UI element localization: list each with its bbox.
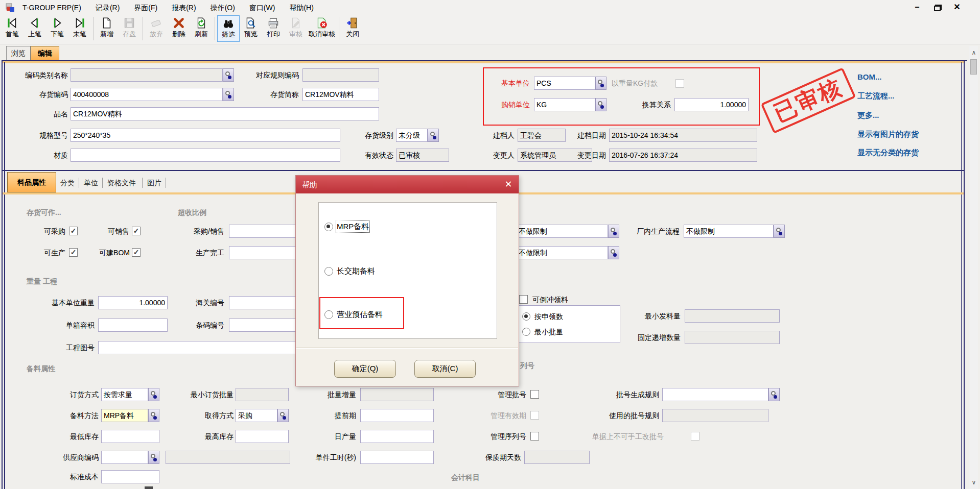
item-level-lookup-button[interactable]	[428, 129, 439, 142]
batch-rule-field[interactable]	[662, 388, 768, 401]
menu-interface[interactable]: 界面(F)	[127, 0, 165, 15]
rule-code-field[interactable]	[302, 68, 379, 82]
max-stock-field[interactable]	[236, 430, 289, 443]
factory-flow-lookup-button[interactable]	[774, 225, 785, 238]
dialog-close-icon[interactable]: ✕	[498, 176, 519, 193]
minimize-button[interactable]: –	[909, 1, 925, 13]
toolbar-prev-button[interactable]: 上笔	[24, 15, 46, 42]
long-leadtime-prep-label[interactable]: 长交期备料	[337, 266, 375, 276]
order-method-field[interactable]: 按需求量	[101, 388, 148, 401]
item-code-lookup-button[interactable]	[223, 88, 234, 101]
toolbar-new-button[interactable]: 新增	[96, 15, 118, 42]
backflush-checkbox[interactable]	[519, 295, 528, 304]
menu-operation[interactable]: 操作(O)	[203, 0, 242, 15]
box-volume-field[interactable]	[98, 319, 168, 332]
menu-help[interactable]: 帮助(H)	[282, 0, 320, 15]
tab-edit[interactable]: 编辑	[31, 46, 59, 60]
min-stock-field[interactable]	[101, 430, 159, 443]
link-more[interactable]: 更多...	[857, 111, 879, 120]
bom-allowed-checkbox[interactable]	[132, 248, 141, 257]
toolbar-refresh-button[interactable]: 刷新	[190, 15, 213, 42]
issue-by-request-radio[interactable]	[522, 312, 530, 321]
restore-button[interactable]	[930, 1, 945, 13]
subtab-separator	[166, 178, 166, 188]
subtab-qualification[interactable]: 资格文件	[107, 177, 136, 189]
toolbar-print-button[interactable]: 打印	[262, 15, 285, 42]
toolbar-save-button: 存盘	[118, 15, 141, 42]
code-category-lookup-button[interactable]	[223, 68, 234, 82]
subtab-category[interactable]: 分类	[60, 177, 75, 189]
menu-app[interactable]: T-GROUP ERP(E)	[15, 0, 88, 15]
item-level-field[interactable]: 未分级	[396, 129, 428, 142]
subtab-unit[interactable]: 单位	[84, 177, 98, 189]
purchasable-checkbox[interactable]	[69, 227, 78, 235]
subtab-separator	[79, 178, 79, 188]
factory-flow-field[interactable]: 不做限制	[684, 225, 774, 238]
link-show-with-images[interactable]: 显示有图片的存货	[857, 130, 919, 139]
close-window-button[interactable]: ✕	[949, 1, 965, 13]
supplier-code-lookup-button[interactable]	[148, 451, 159, 464]
dialog-title[interactable]: 帮助	[296, 176, 519, 193]
acquire-method-lookup-button[interactable]	[277, 409, 289, 422]
supplier-code-field[interactable]	[101, 451, 148, 464]
base-unit-weight-field[interactable]: 1.00000	[98, 296, 168, 309]
max-stock-label: 最高库存	[193, 430, 234, 443]
menu-record[interactable]: 记录(R)	[88, 0, 127, 15]
issue-by-request-label: 按申领数	[534, 310, 586, 323]
batch-increment-field	[360, 388, 434, 401]
manage-batch-checkbox[interactable]	[530, 390, 539, 399]
subtab-item-attrs[interactable]: 料品属性	[7, 172, 56, 192]
lead-time-field[interactable]	[360, 409, 434, 422]
limit1-field[interactable]: 不做限制	[516, 225, 608, 238]
mrp-prep-label[interactable]: MRP备料	[337, 222, 369, 232]
subtab-image[interactable]: 图片	[147, 177, 161, 189]
std-cost-field[interactable]	[101, 470, 159, 483]
ok-button[interactable]: 确定(Q)	[334, 360, 396, 378]
menu-report[interactable]: 报表(R)	[165, 0, 203, 15]
acquire-method-field[interactable]: 采购	[236, 409, 277, 422]
group-account: 会计科目	[451, 473, 480, 482]
group-serial-partial: 列号	[520, 361, 534, 371]
toolbar-close-button[interactable]: 关闭	[341, 15, 364, 42]
limit2-field[interactable]: 不做限制	[516, 246, 608, 259]
code-category-field[interactable]	[71, 68, 223, 82]
prep-method-field[interactable]: MRP备料	[101, 409, 148, 422]
unit-work-seconds-field[interactable]	[360, 451, 434, 464]
link-show-uncategorized[interactable]: 显示无分类的存货	[857, 148, 919, 158]
batch-rule-label: 批号生成规则	[601, 388, 659, 401]
manage-serial-checkbox[interactable]	[530, 432, 539, 441]
sellable-checkbox[interactable]	[132, 227, 141, 235]
toolbar-delete-button[interactable]: 删除	[168, 15, 190, 42]
vertical-scrollbar[interactable]: ∧ ∨	[969, 46, 978, 489]
link-process-flow[interactable]: 工艺流程...	[857, 91, 895, 101]
prep-method-lookup-button[interactable]	[148, 409, 159, 422]
mrp-prep-radio[interactable]	[324, 223, 333, 231]
toolbar-unaudit-button[interactable]: 取消审核	[307, 15, 337, 42]
order-method-lookup-button[interactable]	[148, 388, 159, 401]
menu-window[interactable]: 窗口(W)	[242, 0, 283, 15]
link-bom[interactable]: BOM...	[857, 72, 882, 81]
binoculars-icon	[222, 17, 235, 30]
batch-rule-lookup-button[interactable]	[768, 388, 780, 401]
min-batch-radio[interactable]	[522, 328, 530, 336]
toolbar-next-button[interactable]: 下笔	[46, 15, 68, 42]
item-name-field[interactable]: CR12MOV精料	[71, 107, 379, 120]
toolbar-preview-button[interactable]: 预览	[240, 15, 262, 42]
material-field[interactable]	[71, 149, 340, 162]
scroll-down-icon[interactable]: ∨	[969, 478, 978, 487]
toolbar-first-button[interactable]: 首笔	[1, 15, 24, 42]
toolbar-last-button[interactable]: 末笔	[68, 15, 91, 42]
tab-browse[interactable]: 浏览	[6, 46, 31, 60]
daily-output-field[interactable]	[360, 430, 434, 443]
item-short-name-field[interactable]: CR12MOV精料	[302, 88, 379, 101]
limit2-lookup-button[interactable]	[608, 246, 619, 259]
long-leadtime-prep-radio[interactable]	[324, 267, 333, 276]
scroll-up-icon[interactable]: ∧	[969, 48, 978, 57]
cancel-button[interactable]: 取消(C)	[414, 360, 476, 378]
producible-checkbox[interactable]	[69, 248, 78, 257]
spec-field[interactable]: 250*240*35	[71, 129, 340, 142]
scrollbar-thumb[interactable]	[970, 59, 977, 75]
toolbar-filter-button[interactable]: 筛选	[217, 15, 240, 42]
item-code-field[interactable]: 400400008	[71, 88, 223, 101]
limit1-lookup-button[interactable]	[608, 225, 619, 238]
